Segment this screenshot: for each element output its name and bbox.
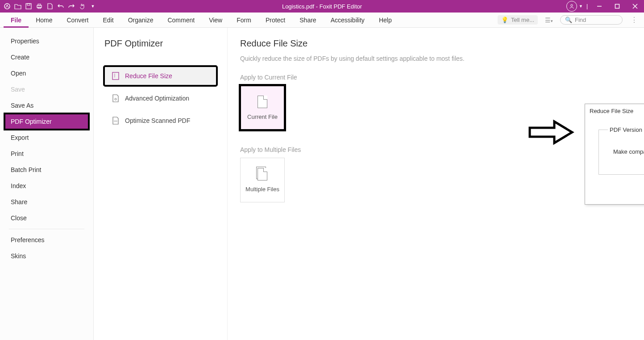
search-icon: 🔍 [565,17,572,23]
svg-rect-1 [26,4,31,9]
section-current-label: Apply to Current File [240,74,632,81]
minimize-button[interactable] [590,0,608,13]
sidebar-item-preferences[interactable]: Preferences [0,232,93,248]
sidebar-item-export[interactable]: Export [0,130,93,146]
window-title: Logistics.pdf - Foxit PDF Editor [282,3,362,10]
content-description: Quickly reduce the size of PDFs by using… [240,55,632,62]
sidebar-divider [9,229,84,229]
optimizer-title: PDF Optimizer [104,38,216,49]
tell-me-placeholder: Tell me... [511,17,534,23]
dialog-title-text: Reduce File Size [590,108,633,114]
svg-point-6 [571,4,573,6]
sidebar-item-index[interactable]: Index [0,178,93,194]
hand-tool-qat-icon[interactable] [79,3,86,10]
svg-rect-4 [38,4,41,5]
tab-comment[interactable]: Comment [160,13,202,28]
sidebar-item-save-as[interactable]: Save As [0,97,93,113]
doc-gear-icon [112,94,120,102]
find-input[interactable]: 🔍 Find [560,15,623,25]
svg-point-12 [115,98,116,100]
tab-convert[interactable]: Convert [59,13,96,28]
tab-share[interactable]: Share [292,13,323,28]
undo-qat-icon[interactable] [57,3,64,10]
sidebar-item-properties[interactable]: Properties [0,33,93,49]
ribbon-tabs: File Home Convert Edit Organize Comment … [0,13,644,28]
bulb-icon: 💡 [501,17,508,23]
tell-me-search[interactable]: 💡 Tell me... [498,15,538,25]
save-qat-icon[interactable] [25,3,32,10]
sidebar-item-pdf-optimizer[interactable]: PDF Optimizer [4,113,89,130]
sidebar-item-save: Save [0,81,93,97]
sidebar-item-close[interactable]: Close [0,210,93,226]
qat-dropdown-icon[interactable]: ▼ [89,3,96,10]
sidebar-item-create[interactable]: Create [0,49,93,65]
file-icon [258,96,267,108]
print-qat-icon[interactable] [36,3,43,10]
app-logo-icon [4,3,11,10]
open-folder-icon[interactable] [14,3,21,10]
sidebar-item-share[interactable]: Share [0,194,93,210]
content-title: Reduce File Size [240,38,632,49]
file-menu-sidebar: Properties Create Open Save Save As PDF … [0,28,94,340]
content-panel: Reduce File Size Quickly reduce the size… [228,28,644,340]
sidebar-item-print[interactable]: Print [0,146,93,162]
option-optimize-scanned[interactable]: Optimize Scanned PDF [104,111,216,130]
tab-help[interactable]: Help [372,13,399,28]
user-dropdown-icon[interactable]: ▼ [579,4,583,8]
tab-file[interactable]: File [4,13,29,28]
arrow-annotation-icon [528,119,577,147]
reduce-file-size-dialog: Reduce File Size ✕ PDF Version Compatibi… [585,104,644,205]
svg-rect-11 [112,72,119,80]
title-bar: ▼ Logistics.pdf - Foxit PDF Editor ▼ | [0,0,644,13]
close-window-button[interactable] [626,0,644,13]
optimizer-options-sidebar: PDF Optimizer Reduce File Size Advanced … [94,28,228,340]
quick-access-toolbar: ▼ [0,3,96,10]
tab-protect[interactable]: Protect [258,13,292,28]
compatibility-label: Make compatible with: [613,148,644,155]
sidebar-item-open[interactable]: Open [0,65,93,81]
fieldset-legend: PDF Version Compatibility [608,126,644,133]
current-file-label: Current File [247,113,278,120]
tab-home[interactable]: Home [29,13,59,28]
dialog-titlebar: Reduce File Size ✕ [585,104,644,118]
compress-icon [112,72,120,80]
option-scanned-label: Optimize Scanned PDF [125,117,190,124]
option-advanced-optimization[interactable]: Advanced Optimization [104,89,216,108]
svg-rect-8 [615,4,619,8]
more-options-icon[interactable]: ⋮ [628,16,640,24]
sidebar-item-skins[interactable]: Skins [0,248,93,264]
option-reduce-file-size[interactable]: Reduce File Size [104,67,216,85]
multiple-files-button[interactable]: Multiple Files [240,158,285,202]
tab-form[interactable]: Form [229,13,258,28]
multi-file-icon [258,168,267,180]
multiple-files-label: Multiple Files [245,186,279,193]
search-options-icon[interactable]: ☰▾ [543,17,555,24]
doc-scan-icon [112,117,120,125]
compatibility-fieldset: PDF Version Compatibility Make compatibl… [598,126,644,175]
option-reduce-label: Reduce File Size [125,72,172,80]
tab-edit[interactable]: Edit [96,13,121,28]
maximize-button[interactable] [608,0,626,13]
tab-organize[interactable]: Organize [121,13,161,28]
tab-view[interactable]: View [202,13,229,28]
svg-rect-2 [27,4,30,5]
current-file-button[interactable]: Current File [240,85,285,130]
redo-qat-icon[interactable] [68,3,75,10]
tab-accessibility[interactable]: Accessibility [324,13,372,28]
user-account-icon[interactable] [566,1,577,12]
sidebar-item-batch-print[interactable]: Batch Print [0,162,93,178]
new-doc-qat-icon[interactable] [46,3,54,10]
main-area: Properties Create Open Save Save As PDF … [0,28,644,340]
window-controls: ▼ | [566,0,644,13]
find-placeholder: Find [575,17,586,23]
option-advanced-label: Advanced Optimization [125,95,189,102]
